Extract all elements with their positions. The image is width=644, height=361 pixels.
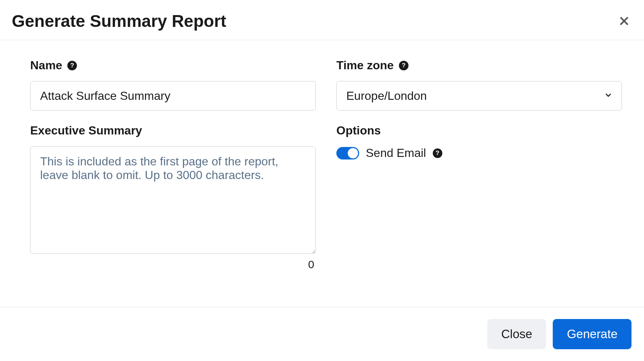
send-email-toggle[interactable] (336, 147, 359, 160)
timezone-select-wrap: Europe/London (336, 81, 622, 111)
help-icon[interactable]: ? (399, 61, 408, 70)
name-input[interactable] (30, 81, 316, 111)
left-column: Name ? Executive Summary 0 (30, 59, 316, 296)
close-button[interactable]: Close (487, 319, 546, 349)
char-count: 0 (30, 258, 316, 271)
options-label-row: Options (336, 124, 622, 137)
generate-summary-report-dialog: Generate Summary Report Name ? Executive… (0, 0, 644, 361)
close-icon[interactable] (616, 13, 632, 29)
options-label: Options (336, 124, 381, 137)
name-label: Name (30, 59, 62, 72)
name-label-row: Name ? (30, 59, 316, 72)
dialog-title: Generate Summary Report (12, 11, 226, 31)
dialog-footer: Close Generate (0, 307, 644, 361)
timezone-label: Time zone (336, 59, 394, 72)
right-column: Time zone ? Europe/London Options Send (336, 59, 622, 296)
executive-summary-label: Executive Summary (30, 124, 142, 137)
dialog-header: Generate Summary Report (0, 0, 644, 40)
executive-summary-label-row: Executive Summary (30, 124, 316, 137)
executive-summary-textarea[interactable] (30, 146, 316, 254)
timezone-label-row: Time zone ? (336, 59, 622, 72)
dialog-body: Name ? Executive Summary 0 Time zone ? E… (0, 40, 644, 307)
send-email-row: Send Email ? (336, 146, 622, 160)
timezone-select[interactable]: Europe/London (336, 81, 622, 111)
generate-button[interactable]: Generate (553, 319, 631, 349)
send-email-label: Send Email (366, 146, 426, 160)
toggle-knob (348, 148, 358, 158)
help-icon[interactable]: ? (433, 148, 442, 158)
help-icon[interactable]: ? (67, 61, 77, 70)
